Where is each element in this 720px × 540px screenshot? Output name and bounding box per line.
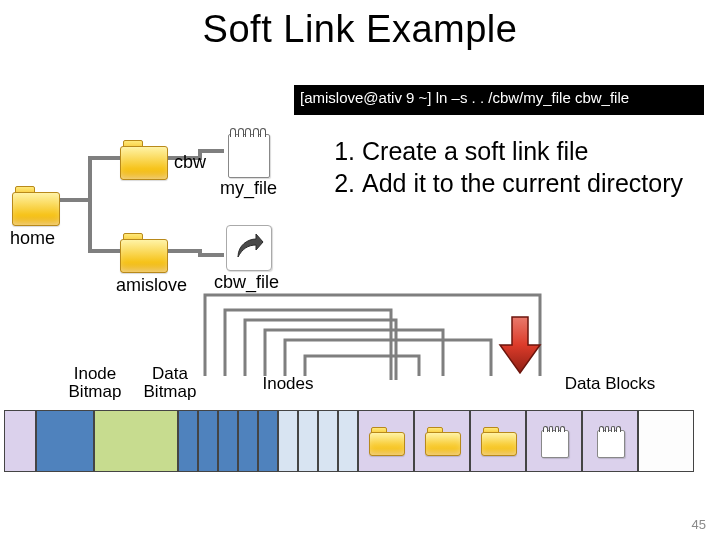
my-file-label: my_file [220, 178, 277, 199]
inode-slot [238, 410, 258, 472]
data-block [582, 410, 638, 472]
data-block [358, 410, 414, 472]
data-bitmap-label: Data Bitmap [135, 365, 205, 401]
shortcut-icon [226, 225, 270, 269]
inode-slot [278, 410, 298, 472]
data-blocks-label: Data Blocks [555, 375, 665, 393]
file-my-file-icon [226, 128, 270, 176]
cbw-label: cbw [174, 152, 206, 173]
data-block [470, 410, 526, 472]
steps-list: Create a soft link file Add it to the cu… [330, 135, 690, 199]
folder-cbw-icon [120, 140, 166, 178]
terminal-command: ln –s . . /cbw/my_file cbw_file [436, 89, 629, 106]
folder-home-icon [12, 186, 58, 224]
file-icon [540, 426, 568, 456]
file-icon [596, 426, 624, 456]
inode-bitmap-label: Inode Bitmap [60, 365, 130, 401]
red-arrow-icon [498, 315, 542, 375]
disk-block-row [4, 410, 694, 472]
folder-icon [369, 427, 403, 455]
inodes-label: Inodes [248, 375, 328, 393]
step-1: Create a soft link file [362, 135, 690, 167]
inode-slot [218, 410, 238, 472]
data-block [638, 410, 694, 472]
inode-bitmap [36, 410, 94, 472]
step-2: Add it to the current directory [362, 167, 690, 199]
folder-icon [481, 427, 515, 455]
inode-slot [298, 410, 318, 472]
inode-slot [198, 410, 218, 472]
slide-number: 45 [692, 517, 706, 532]
home-label: home [10, 228, 55, 249]
data-bitmap [94, 410, 178, 472]
folder-amislove-icon [120, 233, 166, 271]
superblock [4, 410, 36, 472]
inode-slot [338, 410, 358, 472]
cbw-file-label: cbw_file [214, 272, 279, 293]
amislove-label: amislove [116, 275, 187, 296]
inode-slot [318, 410, 338, 472]
data-block [414, 410, 470, 472]
data-block [526, 410, 582, 472]
terminal-prompt: [amislove@ativ 9 ~] [300, 89, 432, 106]
terminal-output: [amislove@ativ 9 ~] ln –s . . /cbw/my_fi… [294, 85, 704, 115]
inode-slot [178, 410, 198, 472]
slide-title: Soft Link Example [0, 8, 720, 51]
folder-icon [425, 427, 459, 455]
inode-slot [258, 410, 278, 472]
